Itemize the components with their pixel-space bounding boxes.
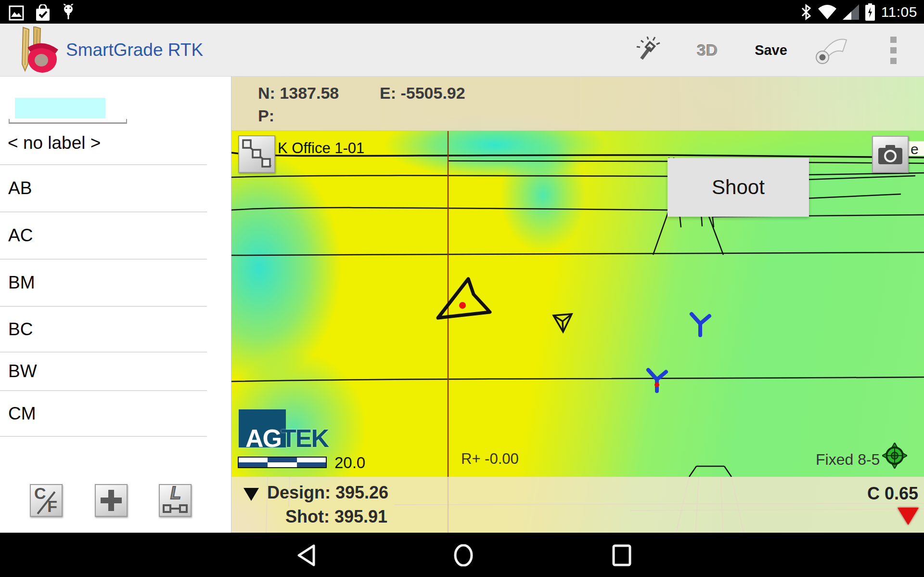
- breakline-tool-button[interactable]: [238, 135, 275, 173]
- collapse-caret-icon[interactable]: [244, 488, 259, 501]
- camera-icon: [877, 144, 903, 165]
- usb-debugging-icon: [62, 4, 75, 22]
- back-button[interactable]: [296, 544, 318, 566]
- battery-charging-icon: [865, 3, 875, 21]
- view-3d-button[interactable]: 3D: [686, 24, 729, 77]
- bluetooth-icon: [800, 4, 812, 20]
- map-scale-bar: [238, 457, 327, 468]
- overflow-dot: [890, 47, 897, 53]
- cut-value-readout: C 0.65: [867, 484, 918, 504]
- list-item[interactable]: BC: [0, 307, 207, 353]
- point-label-sidebar: < no label > AB AC BM BC BW CM C F L: [0, 77, 231, 533]
- clipped-map-label: e: [907, 141, 924, 156]
- cut-direction-arrow: [898, 508, 919, 525]
- plus-icon: [96, 485, 127, 516]
- agtek-logo-tek: TEK: [281, 424, 328, 452]
- northing-readout: N: 1387.58: [258, 84, 339, 103]
- cursor-dot: [459, 302, 466, 309]
- overflow-dot: [890, 58, 897, 64]
- list-item[interactable]: AB: [0, 165, 207, 212]
- point-marker-blue: [648, 370, 666, 391]
- link-segment-icon: [160, 502, 191, 515]
- overflow-menu-button[interactable]: [884, 24, 903, 77]
- point-marker-blue: [692, 314, 709, 335]
- marker-dot: [654, 382, 659, 387]
- wifi-icon: [818, 4, 837, 20]
- save-button[interactable]: Save: [747, 24, 795, 77]
- agtek-watermark: AGTEK: [239, 409, 349, 448]
- app-toolbar: SmartGrade RTK 3D Save: [0, 24, 924, 77]
- android-nav-bar: [0, 533, 924, 577]
- home-button[interactable]: [453, 544, 474, 566]
- cut-fill-toggle-button[interactable]: C F: [30, 484, 63, 517]
- elevation-readout-bar: Design: 395.26 Shot: 395.91 C 0.65: [231, 477, 924, 533]
- position-cursor: [438, 279, 490, 318]
- shoot-button[interactable]: Shoot: [667, 158, 809, 217]
- app-title: SmartGrade RTK: [66, 40, 203, 60]
- site-name-label: K Office 1-01: [278, 140, 364, 157]
- gps-target-icon[interactable]: [882, 443, 907, 469]
- design-elevation-readout: Design: 395.26: [267, 483, 388, 503]
- label-input[interactable]: [9, 97, 127, 124]
- rotation-readout: R+ -0.00: [461, 450, 519, 468]
- list-item[interactable]: AC: [0, 212, 207, 260]
- map-scale-value: 20.0: [334, 454, 365, 472]
- agtek-logo-ag: AG: [245, 424, 281, 452]
- list-item[interactable]: BW: [0, 353, 207, 391]
- gps-fix-status: Fixed 8-5: [816, 451, 880, 469]
- cell-signal-icon: [843, 4, 859, 20]
- clock: 11:05: [881, 4, 917, 20]
- line-mode-button[interactable]: L: [159, 484, 192, 517]
- list-item[interactable]: BM: [0, 260, 207, 307]
- agtek-app-logo: [14, 26, 63, 75]
- grade-map-viewport[interactable]: N: 1387.58 E: -5505.92 P: Design: 395.26…: [231, 77, 924, 533]
- point-readout: P:: [258, 106, 274, 125]
- easting-readout: E: -5505.92: [380, 84, 465, 103]
- plan-roll-button[interactable]: [808, 24, 856, 77]
- camera-button[interactable]: [872, 136, 909, 173]
- coordinate-readout-bar: N: 1387.58 E: -5505.92 P:: [231, 77, 924, 131]
- shop-bag-check-notification-icon: [35, 4, 51, 22]
- label-list: AB AC BM BC BW CM: [0, 165, 231, 437]
- polyline-nodes-icon: [239, 136, 274, 172]
- label-input-underline: [9, 119, 127, 124]
- shot-elevation-readout: Shot: 395.91: [285, 507, 387, 527]
- add-point-button[interactable]: [95, 484, 128, 517]
- android-status-bar: 11:05: [0, 0, 924, 24]
- overflow-dot: [890, 37, 897, 43]
- plan-roll-icon: [815, 35, 848, 65]
- screenshot-notification-icon: [9, 5, 24, 21]
- point-marker-black: [553, 314, 572, 332]
- measure-wand-icon: [634, 37, 661, 64]
- recents-button[interactable]: [611, 544, 632, 566]
- label-input-selection: [15, 98, 105, 118]
- list-item[interactable]: CM: [0, 391, 207, 437]
- measure-wand-button[interactable]: [626, 24, 669, 77]
- list-item-no-label[interactable]: < no label >: [0, 135, 207, 165]
